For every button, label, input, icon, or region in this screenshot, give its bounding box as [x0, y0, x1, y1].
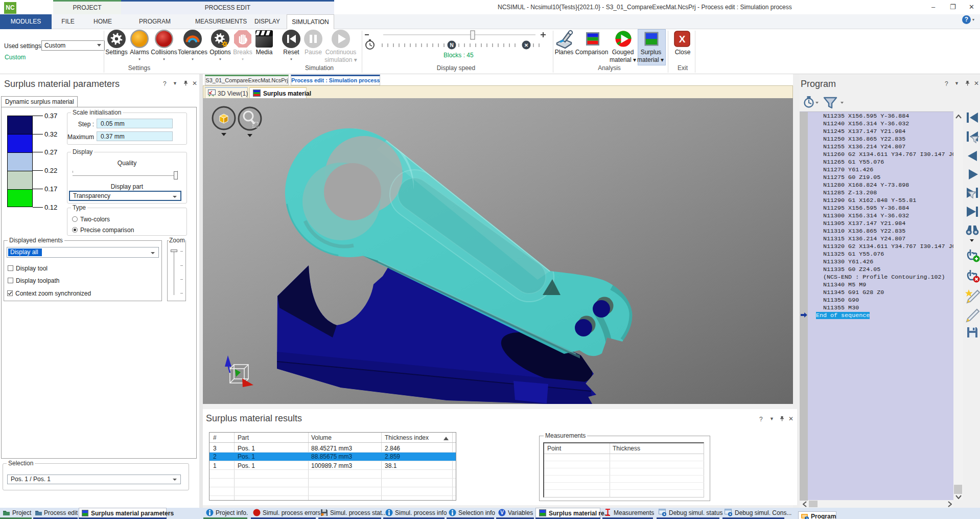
- svg-text:X: X: [679, 34, 686, 44]
- svg-text:✕: ✕: [524, 42, 528, 48]
- svg-text:V: V: [500, 510, 504, 515]
- svg-text:N: N: [450, 42, 453, 48]
